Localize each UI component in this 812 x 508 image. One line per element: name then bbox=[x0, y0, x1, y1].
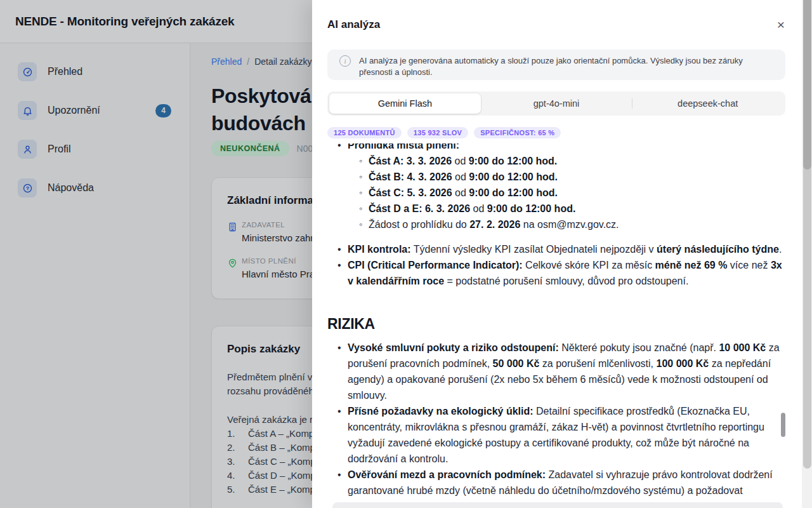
page-scrollbar-thumb[interactable] bbox=[803, 0, 811, 170]
modal-title: AI analýza bbox=[327, 18, 380, 31]
bullet-item: CPI (Critical Performance Indicator): Ce… bbox=[327, 257, 785, 289]
close-icon[interactable]: × bbox=[772, 16, 790, 34]
bullet-text: Prohlídka místa plnění: bbox=[348, 144, 459, 150]
tab-gpt-4o-mini[interactable]: gpt-4o-mini bbox=[481, 93, 632, 114]
bullet-item: Vysoké smluvní pokuty a riziko odstoupen… bbox=[327, 340, 785, 403]
tab-gemini-flash[interactable]: Gemini Flash bbox=[329, 93, 481, 114]
specificity-badge: SPECIFIČNOST: 65 % bbox=[474, 127, 561, 138]
inspection-sublist: Část A: 3. 3. 2026 od 9:00 do 12:00 hod.… bbox=[348, 153, 785, 232]
page-scrollbar bbox=[802, 0, 812, 508]
sub-bullet-item: Část C: 5. 3. 2026 od 9:00 do 12:00 hod. bbox=[348, 185, 785, 201]
analysis-content: Prohlídka místa plnění: Část A: 3. 3. 20… bbox=[327, 144, 785, 498]
sub-bullet-item: Část B: 4. 3. 2026 od 9:00 do 12:00 hod. bbox=[348, 169, 785, 185]
inspection-list: Prohlídka místa plnění: Část A: 3. 3. 20… bbox=[327, 144, 785, 232]
sub-bullet-item: Část D a E: 6. 3. 2026 od 9:00 do 12:00 … bbox=[348, 201, 785, 217]
bullet-item: Přísné požadavky na ekologický úklid: De… bbox=[327, 403, 785, 467]
documents-badge: 125 DOKUMENTŮ bbox=[327, 127, 402, 138]
analysis-scroll-area[interactable]: Prohlídka místa plnění: Část A: 3. 3. 20… bbox=[327, 144, 785, 500]
sub-bullet-item: Část A: 3. 3. 2026 od 9:00 do 12:00 hod. bbox=[348, 153, 785, 169]
words-badge: 135 932 SLOV bbox=[407, 127, 468, 138]
model-tabs: Gemini Flash gpt-4o-mini deepseek-chat bbox=[327, 91, 785, 116]
info-icon: i bbox=[339, 55, 351, 67]
ai-analysis-modal: AI analýza × i AI analýza je generována … bbox=[312, 0, 812, 508]
page: NENDE - Monitoring veřejných zakázek Pře… bbox=[0, 0, 812, 508]
meta-badges: 125 DOKUMENTŮ 135 932 SLOV SPECIFIČNOST:… bbox=[327, 127, 561, 138]
bullet-item: Ověřování mezd a pracovních podmínek: Za… bbox=[327, 467, 785, 498]
bullet-item: Prohlídka místa plnění: Část A: 3. 3. 20… bbox=[327, 144, 785, 232]
disclaimer-text: AI analýza je generována automaticky a s… bbox=[359, 50, 775, 80]
bullet-item: KPI kontrola: Týdenní výsledky KPI zasíl… bbox=[327, 241, 785, 257]
tab-deepseek-chat[interactable]: deepseek-chat bbox=[632, 93, 783, 114]
disclaimer-banner: i AI analýza je generována automaticky a… bbox=[327, 50, 785, 80]
sub-bullet-item: Žádost o prohlídku do 27. 2. 2026 na osm… bbox=[348, 217, 785, 232]
risks-heading: RIZIKA bbox=[327, 314, 785, 333]
risks-list: Vysoké smluvní pokuty a riziko odstoupen… bbox=[327, 340, 785, 498]
next-section-edge bbox=[332, 502, 783, 508]
modal-scrollbar-thumb[interactable] bbox=[781, 413, 785, 437]
kpi-list: KPI kontrola: Týdenní výsledky KPI zasíl… bbox=[327, 241, 785, 289]
